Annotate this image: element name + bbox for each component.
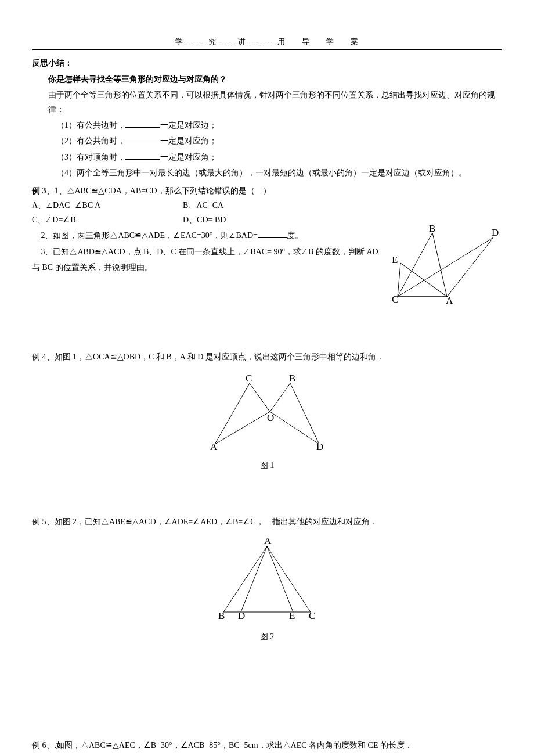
example-3-q1: 、1、△ABC≌△CDA，AB=CD，那么下列结论错误的是（ ） [46,186,271,195]
svg-line-3 [267,546,293,612]
rule-3-suffix: 一定是对应角； [160,153,217,161]
fig2-b: B [218,610,225,621]
rule-1-suffix: 一定是对应边； [160,121,217,129]
option-b: B、AC=CA [183,198,299,213]
rule-4: （4）两个全等三角形中一对最长的边（或最大的角），一对最短的边（或最小的角）一定… [56,165,502,180]
rule-2: （2）有公共角时，一定是对应角； [56,134,502,148]
page-header: 学--------究-------讲----------用 导 学 案 [32,35,502,50]
question-title: 你是怎样去寻找全等三角形的对应边与对应角的？ [48,72,502,87]
example-5: 例 5、如图 2，已知△ABE≌△ACD，∠ADE=∠AED，∠B=∠C， 指出… [32,514,502,529]
svg-line-2 [241,546,267,612]
rule-1: （1）有公共边时，一定是对应边； [56,118,502,132]
reflection-heading: 反思小结： [32,56,502,70]
options-row-1: A、∠DAC=∠BC A B、AC=CA [32,198,502,213]
option-d: D、CD= BD [183,213,299,227]
figure-q2-q3: C A B D E [386,227,502,307]
fig1-a: A [210,441,218,452]
label-d: D [492,227,499,238]
rule-3: （3）有对顶角时，一定是对应角； [56,150,502,164]
fig1-o: O [267,412,274,423]
figure-2-icon: A B D E C [215,539,319,621]
fig2-d: D [238,610,245,621]
label-b: B [429,223,435,234]
triangle-diagram-icon: C A B D E [386,227,502,303]
figure-2-label: 图 2 [32,629,502,644]
fig2-c: C [309,610,315,621]
option-c: C、∠D=∠B [32,213,183,227]
label-a: A [446,295,453,306]
q2-suffix: 度。 [287,231,303,240]
rule-3-prefix: （3）有对顶角时， [56,153,125,161]
q2-prefix: 2、如图，两三角形△ABC≌△ADE，∠EAC=30°，则∠BAD= [41,231,258,240]
fig2-a: A [264,535,272,546]
rule-1-prefix: （1）有公共边时， [56,121,125,129]
rule-2-prefix: （2）有公共角时， [56,136,125,145]
fig1-c: C [246,373,252,384]
intro-text: 由于两个全等三角形的位置关系不同，可以根据具体情况，针对两个三角形的不同位置关系… [48,88,502,117]
figure-1-label: 图 1 [32,458,502,473]
option-a: A、∠DAC=∠BC A [32,198,183,213]
figure-1: A D C B O [32,375,502,455]
svg-line-1 [400,263,447,297]
label-c: C [392,294,398,305]
blank-1[interactable] [125,120,160,128]
figure-1-icon: A D C B O [203,375,331,450]
fig1-b: B [289,373,295,384]
fig2-e: E [289,610,295,621]
fig1-d: D [316,441,323,452]
blank-2[interactable] [125,135,160,143]
figure-2: A B D E C [32,539,502,625]
example-4: 例 4、如图 1，△OCA≌△OBD，C 和 B，A 和 D 是对应顶点，说出这… [32,350,502,364]
example-6: 例 6、.如图，△ABC≌△AEC，∠B=30°，∠ACB=85°，BC=5cm… [32,738,502,753]
rule-2-suffix: 一定是对应角； [160,136,217,145]
example-3-head: 例 3 [32,186,46,195]
label-e: E [392,254,398,265]
blank-3[interactable] [125,152,160,160]
blank-q2[interactable] [258,230,287,238]
